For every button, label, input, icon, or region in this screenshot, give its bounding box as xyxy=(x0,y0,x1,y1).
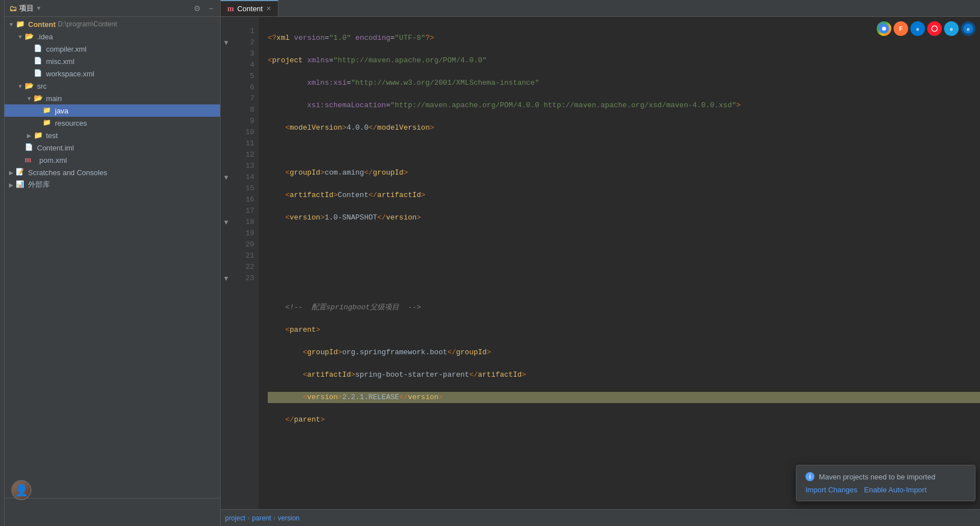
tab-close-button[interactable]: ✕ xyxy=(266,5,271,12)
project-label[interactable]: 项目 xyxy=(19,3,34,13)
code-line-8: <artifactId>Content</artifactId> xyxy=(268,190,980,201)
project-icon: 🗂 xyxy=(9,4,17,13)
code-line-4: xsi:schemaLocation="http://maven.apache.… xyxy=(268,100,980,111)
tree-idea[interactable]: ▼ 📂 .idea xyxy=(4,30,220,43)
editor-content: ▼ ▼ xyxy=(221,17,980,509)
svg-text:e: e xyxy=(916,26,919,32)
svg-point-1 xyxy=(882,27,886,31)
code-line-3: xmlns:xsi="http://www.w3.org/2001/XMLSch… xyxy=(268,77,980,89)
code-line-2: <project xmlns="http://maven.apache.org/… xyxy=(268,55,980,66)
code-line-22 xyxy=(268,504,980,509)
minimize-button[interactable]: − xyxy=(207,3,216,14)
tab-icon: m xyxy=(227,4,234,13)
breadcrumb: project › parent › version xyxy=(225,514,300,522)
code-editor[interactable]: <?xml version="1.0" encoding="UTF-8"?> <… xyxy=(259,17,980,509)
settings-button[interactable]: ⚙ xyxy=(191,3,203,14)
fold-gutter: ▼ ▼ xyxy=(221,17,232,509)
code-line-9: <version>1.0-SNAPSHOT</version> xyxy=(268,212,980,223)
edge-blue-icon[interactable]: e xyxy=(910,21,925,36)
tree-root-content[interactable]: ▼ 📁 Content D:\program\Content xyxy=(4,18,220,30)
code-line-15: <groupId>org.springframework.boot</group… xyxy=(268,347,980,358)
project-sidebar: 🗂 项目 ▼ ⚙ − ▼ 📁 Content D:\program\Conten… xyxy=(4,0,221,526)
code-line-14: <parent> xyxy=(268,324,980,336)
code-line-12 xyxy=(268,280,980,291)
enable-auto-import-link[interactable]: Enable Auto-Import xyxy=(864,486,927,494)
svg-point-6 xyxy=(929,24,940,34)
maven-notification: i Maven projects need to be imported Imp… xyxy=(796,465,976,501)
code-line-13: <!-- 配置springboot父级项目 --> xyxy=(268,302,980,313)
code-line-11 xyxy=(268,257,980,268)
firefox-icon[interactable]: F xyxy=(894,21,908,36)
tree-test[interactable]: ▶ 📁 test xyxy=(4,129,220,141)
info-icon: i xyxy=(805,472,814,481)
sidebar-header: 🗂 项目 ▼ ⚙ − xyxy=(4,0,220,17)
code-line-16: <artifactId>spring-boot-starter-parent</… xyxy=(268,369,980,381)
tree-scratches[interactable]: ▶ 📝 Scratches and Consoles xyxy=(4,166,220,179)
code-line-5: <modelVersion>4.0.0</modelVersion> xyxy=(268,122,980,134)
opera-icon[interactable] xyxy=(927,21,942,36)
tree-pom-xml[interactable]: ▶ m pom.xml xyxy=(4,154,220,166)
maven-message: Maven projects need to be imported xyxy=(819,473,935,481)
tree-resources[interactable]: ▶ 📁 resources xyxy=(4,117,220,129)
maven-notification-actions: Import Changes Enable Auto-Import xyxy=(805,486,966,494)
maven-notification-title: i Maven projects need to be imported xyxy=(805,472,966,481)
avatar[interactable]: 👤 xyxy=(11,480,31,500)
root-path: D:\program\Content xyxy=(58,20,117,28)
code-line-19 xyxy=(268,437,980,448)
code-line-17: <version>2.2.1.RELEASE</version> xyxy=(268,392,980,403)
project-dropdown-arrow[interactable]: ▼ xyxy=(36,5,42,11)
editor-area: m Content ✕ ▼ xyxy=(221,0,980,526)
root-label: Content xyxy=(28,20,56,29)
status-bar: project › parent › version xyxy=(221,509,980,526)
code-line-7: <groupId>com.aming</groupId> xyxy=(268,167,980,179)
ie-icon[interactable]: e xyxy=(944,21,959,36)
breadcrumb-sep-2: › xyxy=(273,514,276,522)
breadcrumb-project[interactable]: project xyxy=(225,514,245,522)
tree-workspace-xml[interactable]: ▶ 📄 workspace.xml xyxy=(4,67,220,80)
svg-text:e: e xyxy=(950,26,952,32)
code-line-1: <?xml version="1.0" encoding="UTF-8"?> xyxy=(268,33,980,44)
project-tree: ▼ 📁 Content D:\program\Content ▼ 📂 .idea… xyxy=(4,17,220,498)
edge-new-icon[interactable]: e xyxy=(961,21,976,36)
tree-main[interactable]: ▼ 📂 main xyxy=(4,92,220,104)
svg-text:e: e xyxy=(967,26,969,32)
tree-java[interactable]: ▶ 📁 java xyxy=(4,104,220,117)
editor-tabs: m Content ✕ xyxy=(221,0,980,17)
tree-compiler-xml[interactable]: ▶ 📄 compiler.xml xyxy=(4,43,220,55)
tab-content[interactable]: m Content ✕ xyxy=(221,0,278,16)
breadcrumb-sep-1: › xyxy=(248,514,250,522)
tree-content-iml[interactable]: ▶ 📄 Content.iml xyxy=(4,141,220,154)
tree-extlib[interactable]: ▶ 📊 外部库 xyxy=(4,179,220,191)
breadcrumb-parent[interactable]: parent xyxy=(252,514,271,522)
code-line-18: </parent> xyxy=(268,414,980,426)
code-line-10 xyxy=(268,235,980,246)
svg-text:F: F xyxy=(899,26,903,32)
line-numbers: 1 2 3 4 5 6 7 8 9 10 11 12 13 14 xyxy=(232,17,259,509)
tree-src[interactable]: ▼ 📂 src xyxy=(4,80,220,92)
tree-misc-xml[interactable]: ▶ 📄 misc.xml xyxy=(4,55,220,67)
import-changes-link[interactable]: Import Changes xyxy=(805,486,858,494)
code-line-6 xyxy=(268,145,980,156)
browser-icons-bar: F e e e xyxy=(877,21,976,36)
breadcrumb-version[interactable]: version xyxy=(278,514,300,522)
chrome-icon[interactable] xyxy=(877,21,891,36)
tab-label: Content xyxy=(237,4,263,13)
